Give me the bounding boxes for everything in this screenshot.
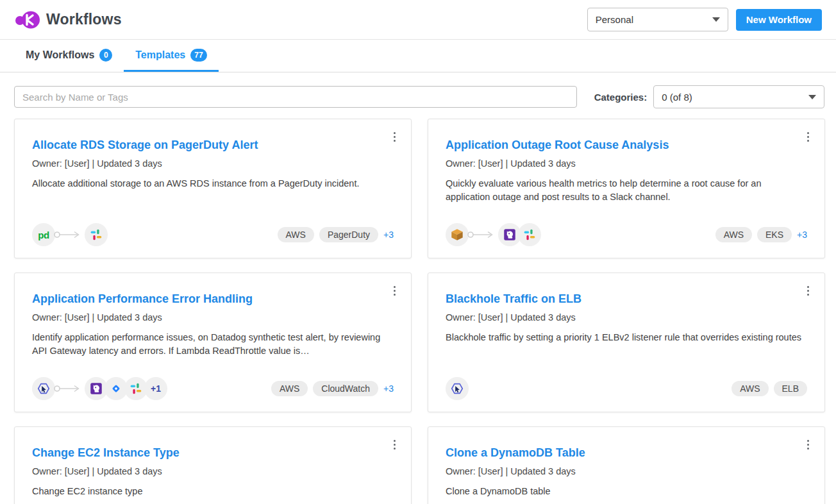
workflow-meta: Owner: [User] | Updated 3 days	[446, 158, 807, 169]
more-tags-link[interactable]: +3	[797, 230, 807, 240]
tag-list: AWS ELB	[732, 381, 807, 396]
tag-list: AWS EKS +3	[715, 227, 807, 242]
aws-icon	[446, 223, 469, 246]
workflow-meta: Owner: [User] | Updated 3 days	[446, 466, 807, 476]
card-menu-button[interactable]	[805, 437, 812, 452]
workflow-meta: Owner: [User] | Updated 3 days	[32, 158, 394, 169]
tag[interactable]: AWS	[271, 381, 308, 396]
tag[interactable]: AWS	[278, 227, 314, 242]
webhook-trigger-icon	[446, 377, 469, 400]
tag[interactable]: AWS	[732, 381, 768, 396]
chevron-down-icon	[712, 17, 720, 22]
tag[interactable]: EKS	[757, 227, 792, 242]
workflow-title-link[interactable]: Application Performance Error Handling	[32, 292, 394, 307]
workspace-dropdown[interactable]: Personal	[587, 8, 728, 31]
workflow-title-link[interactable]: Allocate RDS Storage on PagerDuty Alert	[32, 139, 394, 153]
workflow-description: Change EC2 instance type	[32, 485, 394, 499]
slack-icon	[85, 223, 108, 246]
categories-dropdown[interactable]: 0 (of 8)	[653, 85, 824, 108]
pagerduty-icon: pd	[32, 223, 55, 246]
slack-icon	[518, 223, 541, 246]
more-tags-link[interactable]: +3	[383, 383, 394, 394]
workflow-title-link[interactable]: Change EC2 Instance Type	[32, 446, 394, 460]
workflow-title-link[interactable]: Clone a DynamoDB Table	[446, 446, 807, 460]
filter-bar: Categories: 0 (of 8)	[0, 72, 836, 108]
card-menu-button[interactable]	[391, 130, 398, 144]
brand-logo-icon	[15, 8, 40, 31]
new-workflow-button[interactable]: New Workflow	[736, 9, 822, 31]
integration-icons: +1	[32, 377, 167, 400]
tab-my-workflows[interactable]: My Workflows 0	[14, 40, 124, 72]
workflow-card-grid: Allocate RDS Storage on PagerDuty Alert …	[14, 119, 825, 504]
workflow-meta: Owner: [User] | Updated 3 days	[446, 312, 807, 323]
workflow-title-link[interactable]: Application Outage Root Cause Analysis	[446, 139, 807, 153]
card-menu-button[interactable]	[391, 283, 398, 298]
tab-templates[interactable]: Templates 77	[124, 40, 218, 72]
tab-label: My Workflows	[26, 49, 94, 61]
page-title: Workflows	[46, 11, 122, 28]
tab-bar: My Workflows 0 Templates 77	[0, 40, 836, 72]
integration-icons: pd	[32, 223, 108, 246]
search-input[interactable]	[14, 86, 577, 108]
card-menu-button[interactable]	[391, 437, 398, 452]
workflow-card: Blackhole Traffic on ELB Owner: [User] |…	[428, 273, 825, 412]
tag[interactable]: AWS	[715, 227, 752, 242]
workflow-description: Quickly evaluate various health metrics …	[446, 177, 807, 205]
arrow-connector-icon	[467, 230, 496, 239]
workflow-meta: Owner: [User] | Updated 3 days	[32, 466, 394, 476]
workflow-card: Application Performance Error Handling O…	[14, 273, 412, 412]
tab-count-badge: 77	[190, 49, 206, 62]
workspace-dropdown-value: Personal	[596, 14, 633, 25]
tag-list: AWS CloudWatch +3	[271, 381, 394, 396]
more-tags-link[interactable]: +3	[383, 230, 394, 240]
webhook-trigger-icon	[32, 377, 55, 400]
tag[interactable]: CloudWatch	[313, 381, 378, 396]
chevron-down-icon	[808, 95, 816, 99]
integration-icons	[446, 223, 541, 246]
card-menu-button[interactable]	[805, 283, 812, 298]
more-integrations-badge: +1	[144, 377, 167, 400]
workflow-card: Allocate RDS Storage on PagerDuty Alert …	[14, 119, 412, 258]
workflow-title-link[interactable]: Blackhole Traffic on ELB	[446, 292, 807, 307]
categories-label: Categories:	[594, 92, 648, 103]
tag[interactable]: ELB	[774, 381, 807, 396]
workflow-meta: Owner: [User] | Updated 3 days	[32, 312, 394, 323]
tag-list: AWS PagerDuty +3	[278, 227, 394, 242]
tag[interactable]: PagerDuty	[319, 227, 378, 242]
card-menu-button[interactable]	[805, 130, 812, 144]
workflow-card: Clone a DynamoDB Table Owner: [User] | U…	[428, 426, 825, 504]
arrow-connector-icon	[54, 384, 82, 393]
workflow-card: Change EC2 Instance Type Owner: [User] |…	[14, 426, 412, 504]
workflow-description: Allocate additional storage to an AWS RD…	[32, 177, 394, 191]
arrow-connector-icon	[54, 230, 82, 239]
workflow-card: Application Outage Root Cause Analysis O…	[428, 119, 825, 258]
tab-count-badge: 0	[99, 49, 112, 62]
integration-icons	[446, 377, 469, 400]
workflow-description: Clone a DynamoDB table	[446, 485, 807, 499]
tab-label: Templates	[135, 49, 185, 61]
categories-dropdown-value: 0 (of 8)	[662, 92, 692, 103]
workflow-description: Blackhole traffic by setting a priority …	[446, 331, 807, 345]
workflow-description: Identify application performance issues,…	[32, 331, 394, 359]
page-header: Workflows Personal New Workflow	[0, 0, 836, 40]
